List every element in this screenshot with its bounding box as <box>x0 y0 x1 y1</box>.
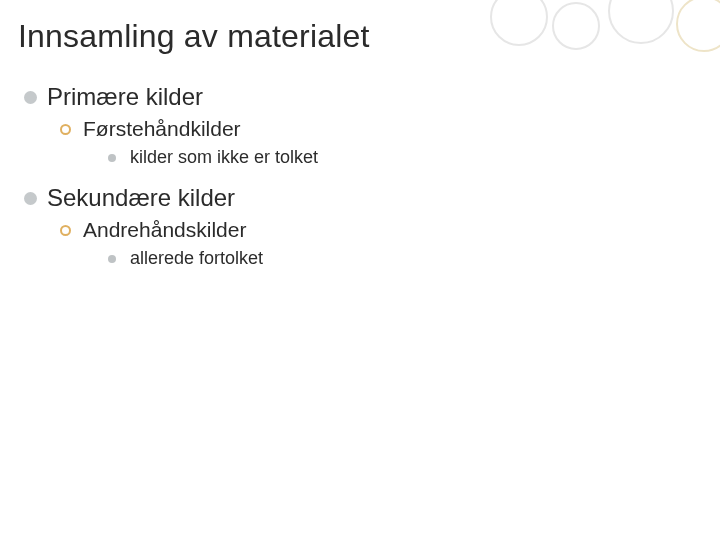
list-item: Førstehåndkilder <box>60 117 696 141</box>
list-item-label: kilder som ikke er tolket <box>130 147 318 168</box>
list-item: kilder som ikke er tolket <box>108 147 696 168</box>
list-item-label: allerede fortolket <box>130 248 263 269</box>
list-item-label: Andrehåndskilder <box>83 218 246 242</box>
slide-title: Innsamling av materialet <box>18 18 696 55</box>
list-item: Primære kilder <box>24 83 696 111</box>
slide-content: Innsamling av materialet Primære kilder … <box>0 0 720 269</box>
bullet-open-icon <box>60 225 71 236</box>
list-item: allerede fortolket <box>108 248 696 269</box>
list-item: Andrehåndskilder <box>60 218 696 242</box>
bullet-small-icon <box>108 255 116 263</box>
bullet-open-icon <box>60 124 71 135</box>
bullet-small-icon <box>108 154 116 162</box>
list-item-label: Førstehåndkilder <box>83 117 241 141</box>
bullet-filled-icon <box>24 192 37 205</box>
bullet-filled-icon <box>24 91 37 104</box>
list-item-label: Sekundære kilder <box>47 184 235 212</box>
list-item: Sekundære kilder <box>24 184 696 212</box>
list-item-label: Primære kilder <box>47 83 203 111</box>
